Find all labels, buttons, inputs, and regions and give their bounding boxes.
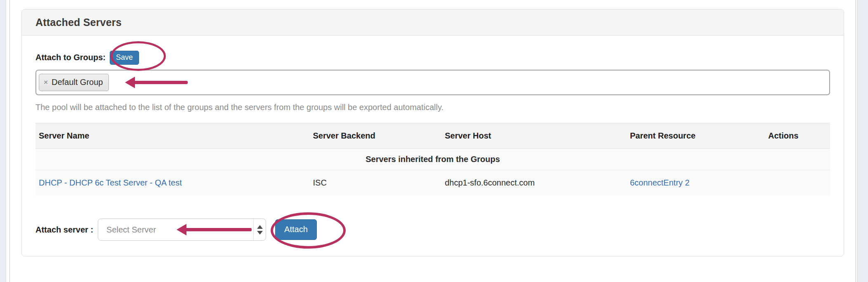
attach-button[interactable]: Attach — [275, 219, 317, 240]
table-row: DHCP - DHCP 6c Test Server - QA test ISC… — [35, 170, 830, 196]
header-server-host: Server Host — [441, 123, 627, 149]
select-arrows-icon — [253, 219, 266, 240]
header-server-backend: Server Backend — [309, 123, 441, 149]
remove-tag-icon[interactable]: × — [44, 79, 48, 86]
attach-to-groups-row: Attach to Groups: Save — [35, 50, 830, 65]
panel-body: Attach to Groups: Save × Default Group T… — [22, 50, 844, 241]
attach-server-row: Attach server : Select Server Attach — [35, 219, 830, 241]
page-right-gutter — [857, 0, 868, 282]
panel-title: Attached Servers — [35, 16, 122, 28]
cell-server-name: DHCP - DHCP 6c Test Server - QA test — [35, 170, 309, 196]
group-tag-label: Default Group — [52, 78, 103, 87]
content-left-border — [9, 0, 10, 282]
header-parent-resource: Parent Resource — [627, 123, 765, 149]
content-right-border — [856, 0, 856, 282]
server-select-value: Select Server — [106, 225, 156, 235]
inherited-group-row: Servers inherited from the Groups — [35, 149, 830, 170]
attach-to-groups-label: Attach to Groups: — [35, 53, 106, 62]
group-tag[interactable]: × Default Group — [39, 74, 109, 91]
cell-parent-resource: 6connectEntry 2 — [627, 170, 765, 196]
header-actions: Actions — [765, 123, 830, 149]
attached-servers-panel: Attached Servers Attach to Groups: Save … — [21, 9, 844, 256]
server-select[interactable]: Select Server — [98, 219, 266, 241]
groups-tag-input[interactable]: × Default Group — [35, 70, 830, 95]
parent-resource-link[interactable]: 6connectEntry 2 — [630, 178, 690, 187]
table-header-row: Server Name Server Backend Server Host P… — [35, 123, 830, 149]
save-button[interactable]: Save — [110, 51, 139, 65]
server-name-link[interactable]: DHCP - DHCP 6c Test Server - QA test — [39, 178, 182, 187]
chevron-down-icon — [257, 231, 263, 235]
cell-actions — [765, 170, 830, 196]
servers-table: Server Name Server Backend Server Host P… — [35, 123, 830, 195]
cell-server-backend: ISC — [309, 170, 441, 196]
chevron-up-icon — [257, 225, 263, 229]
cell-server-host: dhcp1-sfo.6connect.com — [441, 170, 627, 196]
attach-server-label: Attach server : — [35, 225, 93, 235]
panel-heading: Attached Servers — [22, 9, 844, 35]
groups-help-text: The pool will be attached to the list of… — [35, 103, 830, 112]
header-server-name: Server Name — [35, 123, 309, 149]
inherited-group-label: Servers inherited from the Groups — [35, 149, 830, 170]
page-left-gutter — [0, 0, 6, 282]
